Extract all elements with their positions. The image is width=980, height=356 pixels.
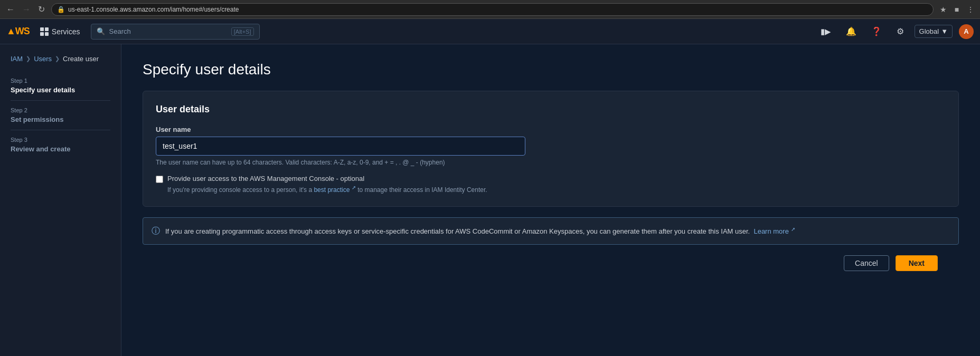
breadcrumb-iam[interactable]: IAM	[11, 55, 23, 63]
search-shortcut-badge: [Alt+S]	[231, 27, 254, 36]
settings-icon[interactable]: ⚙	[892, 24, 908, 39]
content-area: Specify user details User details User n…	[121, 44, 980, 356]
aws-topnav: ▲WS Services 🔍 Search [Alt+S] ▮▶ 🔔 ❓ ⚙ G…	[0, 19, 980, 44]
browser-nav: ← → ↻	[4, 3, 47, 15]
user-avatar[interactable]: A	[959, 24, 974, 39]
footer-bar: Cancel Next	[143, 245, 959, 271]
info-text: If you are creating programmatic access …	[165, 225, 795, 237]
browser-chrome: ← → ↻ 🔒 us-east-1.console.aws.amazon.com…	[0, 0, 980, 19]
step-1: Step 1 Specify user details	[11, 71, 110, 101]
step-3-number: Step 3	[11, 137, 110, 143]
main-layout: IAM ❯ Users ❯ Create user Step 1 Specify…	[0, 44, 980, 356]
user-details-card: User details User name The user name can…	[143, 91, 959, 207]
aws-logo: ▲WS	[6, 26, 30, 37]
region-selector[interactable]: Global ▼	[915, 25, 953, 38]
breadcrumb-sep-2: ❯	[55, 55, 60, 62]
aws-logo-text: ▲WS	[6, 26, 30, 37]
next-button[interactable]: Next	[896, 255, 938, 271]
address-bar[interactable]: 🔒 us-east-1.console.aws.amazon.com/iam/h…	[51, 3, 934, 16]
user-initial: A	[964, 27, 968, 35]
breadcrumb-users[interactable]: Users	[34, 55, 52, 63]
step-3-label: Review and create	[11, 145, 110, 153]
reload-button[interactable]: ↻	[36, 3, 47, 15]
step-2: Step 2 Set permissions	[11, 101, 110, 130]
username-group: User name The user name can have up to 6…	[156, 126, 946, 166]
services-label: Services	[52, 27, 80, 36]
console-access-row: Provide user access to the AWS Managemen…	[156, 175, 946, 194]
info-box: ⓘ If you are creating programmatic acces…	[143, 217, 959, 245]
region-label: Global	[919, 27, 939, 35]
step-1-number: Step 1	[11, 78, 110, 84]
info-icon: ⓘ	[152, 226, 160, 237]
step-2-number: Step 2	[11, 107, 110, 113]
step-3: Step 3 Review and create	[11, 130, 110, 159]
console-access-sublabel: If you're providing console access to a …	[167, 185, 487, 194]
card-title: User details	[156, 104, 946, 115]
console-access-label-group: Provide user access to the AWS Managemen…	[167, 175, 487, 194]
help-icon[interactable]: ❓	[867, 24, 886, 39]
services-menu-button[interactable]: Services	[36, 25, 84, 38]
console-access-checkbox[interactable]	[156, 176, 163, 183]
breadcrumb-current: Create user	[63, 55, 99, 63]
page-title: Specify user details	[143, 61, 959, 78]
url-text: us-east-1.console.aws.amazon.com/iam/hom…	[68, 6, 239, 13]
menu-icon[interactable]: ⋮	[965, 4, 976, 15]
forward-button[interactable]: →	[20, 4, 33, 15]
sidebar: IAM ❯ Users ❯ Create user Step 1 Specify…	[0, 44, 121, 356]
breadcrumb: IAM ❯ Users ❯ Create user	[0, 55, 121, 71]
step-2-label: Set permissions	[11, 116, 110, 123]
search-placeholder-text: Search	[109, 27, 131, 35]
external-link-icon: ➚	[352, 185, 356, 190]
region-chevron-icon: ▼	[941, 27, 948, 35]
back-button[interactable]: ←	[4, 4, 17, 15]
console-access-label: Provide user access to the AWS Managemen…	[167, 175, 487, 182]
username-input[interactable]	[156, 137, 525, 156]
best-practice-link[interactable]: best practice ➚	[314, 186, 357, 194]
extensions-icon[interactable]: ■	[951, 4, 962, 15]
learn-more-ext-icon: ➚	[791, 226, 795, 232]
search-icon: 🔍	[97, 27, 105, 35]
security-icon: 🔒	[57, 6, 65, 13]
username-label: User name	[156, 126, 946, 133]
cancel-button[interactable]: Cancel	[844, 255, 889, 271]
username-hint: The user name can have up to 64 characte…	[156, 159, 525, 166]
cloudshell-icon[interactable]: ▮▶	[816, 25, 835, 39]
browser-toolbar: ★ ■ ⋮	[938, 4, 976, 15]
notifications-icon[interactable]: 🔔	[842, 24, 861, 39]
step-1-label: Specify user details	[11, 86, 110, 94]
global-search-bar[interactable]: 🔍 Search [Alt+S]	[91, 24, 260, 40]
breadcrumb-sep-1: ❯	[26, 55, 31, 62]
learn-more-link[interactable]: Learn more ➚	[752, 227, 795, 235]
grid-icon	[40, 27, 49, 36]
bookmark-icon[interactable]: ★	[938, 4, 948, 15]
step-list: Step 1 Specify user details Step 2 Set p…	[0, 71, 121, 159]
